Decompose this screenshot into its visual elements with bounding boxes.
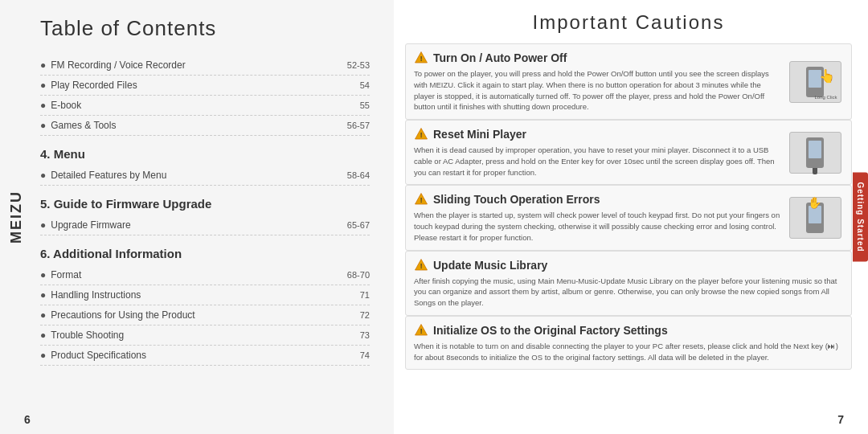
bullet: ● <box>40 170 46 181</box>
item-text: Trouble Shooting <box>51 330 338 341</box>
toc-section-title: 5. Guide to Firmware Upgrade <box>40 197 370 211</box>
caution-title-text: Sliding Touch Operation Errors <box>433 193 600 206</box>
getting-started-tab: Getting Started <box>853 172 868 261</box>
page-num: 56-57 <box>338 121 370 130</box>
page-num: 74 <box>338 350 370 360</box>
caution-title: ! Update Music Library <box>414 258 843 272</box>
caution-title: ! Turn On / Auto Power Off <box>414 51 780 65</box>
item-text: Detailed Features by Menu <box>51 170 338 181</box>
warning-icon: ! <box>414 51 428 65</box>
toc-item: ●Games & Tools56-57 <box>40 116 370 136</box>
caution-title-text: Reset Mini Player <box>433 128 526 141</box>
svg-text:!: ! <box>420 197 423 204</box>
bullet: ● <box>40 269 46 280</box>
card-content: ! Sliding Touch Operation Errors When th… <box>414 192 780 243</box>
toc-item: ●Product Specifications74 <box>40 346 370 366</box>
caution-title: ! Sliding Touch Operation Errors <box>414 192 780 207</box>
toc-top-items: ●FM Recording / Voice Recorder52-53●Play… <box>40 55 370 136</box>
bullet: ● <box>40 219 46 231</box>
item-text: Play Recorded Files <box>51 80 338 91</box>
item-text: Precautions for Using the Product <box>51 309 338 321</box>
page-num: 52-53 <box>338 60 370 70</box>
toc-section: 4. Menu●Detailed Features by Menu58-64 <box>40 147 370 186</box>
item-text: Product Specifications <box>51 350 338 361</box>
caution-card: ! Initialize OS to the Original Factory … <box>405 316 852 371</box>
bullet: ● <box>40 350 46 361</box>
warning-icon: ! <box>414 127 428 141</box>
card-content: ! Initialize OS to the Original Factory … <box>414 323 843 363</box>
page-num: 71 <box>338 290 370 300</box>
bullet: ● <box>40 330 46 341</box>
toc-item: ●Play Recorded Files54 <box>40 76 370 96</box>
card-content: ! Turn On / Auto Power Off To power on t… <box>414 51 780 113</box>
page-num: 54 <box>338 80 370 90</box>
toc-section-title: 4. Menu <box>40 147 370 161</box>
bullet: ● <box>40 80 46 91</box>
toc-item: ●Trouble Shooting73 <box>40 326 370 346</box>
toc-header: Table of Contents <box>40 16 370 41</box>
caution-card: ! Sliding Touch Operation Errors When th… <box>405 185 852 250</box>
item-text: Upgrade Firmware <box>51 219 338 231</box>
svg-text:!: ! <box>420 55 423 63</box>
caution-text: When the player is started up, system wi… <box>414 210 780 243</box>
card-image: ✋ <box>787 192 843 243</box>
caution-title-text: Update Music Library <box>433 259 547 272</box>
card-content: ! Update Music Library After finish copy… <box>414 258 843 309</box>
toc-section: 6. Additional Information●Format68-70●Ha… <box>40 247 370 366</box>
item-text: FM Recording / Voice Recorder <box>51 59 338 71</box>
card-image <box>787 127 843 178</box>
caution-text: When it is notable to turn on and disabl… <box>414 341 843 363</box>
card-image: 👆 Long Click <box>787 51 843 113</box>
caution-card: ! Turn On / Auto Power Off To power on t… <box>405 43 852 120</box>
page-num: 58-64 <box>338 170 370 180</box>
caution-title: ! Initialize OS to the Original Factory … <box>414 323 843 338</box>
toc-item: ●Handling Instructions71 <box>40 285 370 305</box>
caution-card: ! Reset Mini Player When it is dead caus… <box>405 120 852 185</box>
caution-title: ! Reset Mini Player <box>414 127 780 141</box>
svg-text:!: ! <box>420 328 423 335</box>
toc-section-title: 6. Additional Information <box>40 247 370 260</box>
bullet: ● <box>40 289 46 301</box>
right-header: Important Cautions <box>405 11 852 34</box>
page-num: 68-70 <box>338 270 370 280</box>
toc-item: ●Precautions for Using the Product72 <box>40 305 370 326</box>
page-num: 55 <box>338 100 370 110</box>
svg-text:!: ! <box>420 132 423 139</box>
item-text: Format <box>51 269 338 280</box>
caution-title-text: Initialize OS to the Original Factory Se… <box>433 324 668 337</box>
caution-text: To power on the player, you will press a… <box>414 68 780 113</box>
warning-icon: ! <box>414 192 428 207</box>
page-num: 65-67 <box>338 220 370 230</box>
svg-text:!: ! <box>420 262 423 269</box>
toc-item: ●Detailed Features by Menu58-64 <box>40 166 370 186</box>
bullet: ● <box>40 100 46 111</box>
left-panel: MEIZU Table of Contents ●FM Recording / … <box>0 0 394 434</box>
toc-item: ●FM Recording / Voice Recorder52-53 <box>40 55 370 76</box>
caution-card: ! Update Music Library After finish copy… <box>405 251 852 316</box>
caution-cards-container: ! Turn On / Auto Power Off To power on t… <box>405 43 852 370</box>
toc-item: ●E-book55 <box>40 96 370 116</box>
card-content: ! Reset Mini Player When it is dead caus… <box>414 127 780 178</box>
toc-sections: 4. Menu●Detailed Features by Menu58-645.… <box>40 147 370 366</box>
caution-title-text: Turn On / Auto Power Off <box>433 51 567 64</box>
caution-text: When it is dead caused by improper opera… <box>414 145 780 178</box>
page-number-right: 7 <box>837 413 844 426</box>
warning-icon: ! <box>414 258 428 272</box>
toc-item: ●Upgrade Firmware65-67 <box>40 215 370 235</box>
page-num: 72 <box>338 310 370 320</box>
bullet: ● <box>40 120 46 131</box>
bullet: ● <box>40 309 46 321</box>
item-text: E-book <box>51 100 338 111</box>
item-text: Handling Instructions <box>51 289 338 301</box>
page-num: 73 <box>338 330 370 340</box>
caution-text: After finish copying the music, using Ma… <box>414 276 843 309</box>
right-panel: Important Cautions ! Turn On / Auto Powe… <box>394 0 868 434</box>
toc-item: ●Format68-70 <box>40 265 370 285</box>
toc-section: 5. Guide to Firmware Upgrade●Upgrade Fir… <box>40 197 370 235</box>
meizu-logo: MEIZU <box>8 190 25 244</box>
bullet: ● <box>40 59 46 71</box>
page-number-left: 6 <box>24 413 31 426</box>
warning-icon: ! <box>414 323 428 338</box>
item-text: Games & Tools <box>51 120 338 131</box>
